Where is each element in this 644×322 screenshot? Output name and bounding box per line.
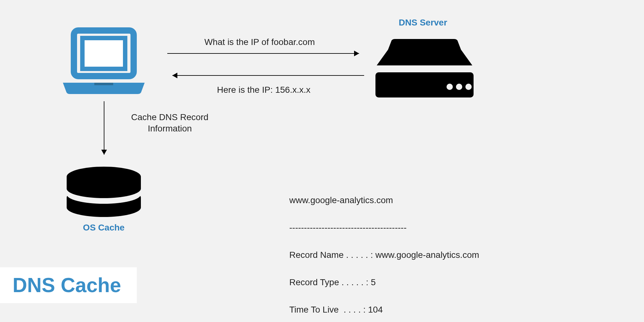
- svg-rect-2: [94, 83, 113, 85]
- dns-server-label: DNS Server: [399, 18, 447, 28]
- record-host: www.google-analytics.com: [289, 193, 519, 207]
- svg-point-5: [456, 84, 462, 90]
- arrow-request: [167, 49, 365, 58]
- record-type: Record Type . . . . . : 5: [289, 275, 519, 289]
- os-cache-label: OS Cache: [63, 223, 145, 233]
- server-icon: [371, 31, 478, 101]
- query-label: What is the IP of foobar.com: [204, 37, 315, 47]
- record-divider: ----------------------------------------: [289, 221, 519, 234]
- cache-action-line2: Information: [116, 123, 223, 134]
- cache-action-line1: Cache DNS Record: [116, 112, 223, 123]
- title-box: DNS Cache: [0, 267, 137, 303]
- svg-point-6: [465, 84, 472, 90]
- svg-point-16: [67, 167, 141, 187]
- svg-point-4: [447, 84, 453, 90]
- svg-rect-1: [82, 38, 125, 69]
- response-label: Here is the IP: 156.x.x.x: [217, 85, 310, 95]
- disk-icon: [63, 164, 145, 220]
- record-ttl: Time To Live . . . . : 104: [289, 303, 519, 316]
- record-name: Record Name . . . . . : www.google-analy…: [289, 248, 519, 262]
- page-title: DNS Cache: [13, 274, 121, 297]
- arrow-response: [167, 71, 365, 80]
- cache-action-label: Cache DNS Record Information: [116, 112, 230, 135]
- laptop-icon: [60, 27, 148, 97]
- arrow-cache: [99, 101, 109, 160]
- dns-record-block: www.google-analytics.com ---------------…: [289, 180, 519, 322]
